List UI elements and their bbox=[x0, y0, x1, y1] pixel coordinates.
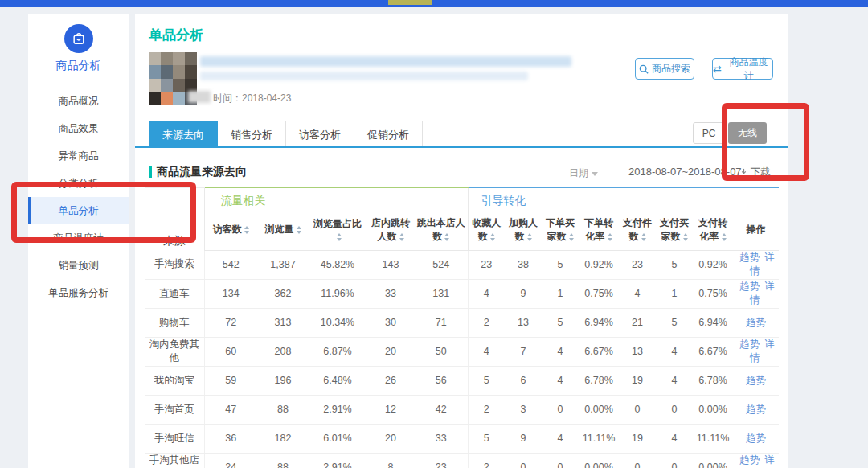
actions-cell: 趋势详情 bbox=[733, 250, 779, 279]
value-cell: 36 bbox=[204, 424, 257, 453]
device-toggle: PC 无线 bbox=[693, 122, 767, 144]
value-cell: 6.78% bbox=[579, 366, 619, 395]
value-cell: 1,387 bbox=[257, 250, 309, 279]
product-thermometer-button[interactable]: ⇄ 商品温度计 bbox=[712, 58, 773, 80]
product-search-button[interactable]: 商品搜索 bbox=[635, 58, 694, 80]
value-cell: 0 bbox=[619, 395, 656, 424]
value-cell: 0.00% bbox=[693, 453, 733, 468]
browser-top-bar bbox=[0, 0, 868, 7]
value-cell: 0.75% bbox=[579, 279, 619, 308]
value-cell: 11.96% bbox=[309, 279, 366, 308]
product-title-redacted bbox=[200, 56, 571, 67]
toggle-pc[interactable]: PC bbox=[693, 122, 725, 144]
trend-link[interactable]: 趋势 bbox=[739, 339, 760, 350]
top-bar-indicator bbox=[388, 0, 432, 5]
trend-link[interactable]: 趋势 bbox=[746, 433, 766, 444]
sort-icon[interactable] bbox=[641, 233, 646, 241]
table-row: 直通车13436211.96%331314910.75%410.75%趋势详情 bbox=[145, 279, 779, 308]
sort-icon[interactable] bbox=[527, 233, 532, 241]
tab[interactable]: 促销分析 bbox=[354, 121, 423, 148]
value-cell: 0 bbox=[619, 453, 656, 468]
trend-link[interactable]: 趋势 bbox=[739, 252, 760, 263]
label-redacted bbox=[188, 91, 211, 103]
toggle-wireless[interactable]: 无线 bbox=[728, 122, 767, 144]
section-title: 商品流量来源去向 bbox=[157, 165, 247, 179]
column-header: 店内跳转人数 bbox=[366, 210, 415, 250]
value-cell: 56 bbox=[415, 366, 468, 395]
value-cell: 5 bbox=[656, 308, 693, 337]
column-header: 访客数 bbox=[204, 210, 257, 250]
value-cell: 7 bbox=[505, 337, 542, 366]
value-cell: 2 bbox=[468, 395, 505, 424]
value-cell: 5 bbox=[542, 250, 579, 279]
trend-link[interactable]: 趋势 bbox=[739, 454, 760, 466]
value-cell: 1 bbox=[656, 279, 693, 308]
table-head: 来源 流量相关 引导转化 访客数浏览量浏览量占比店内跳转人数跳出本店人数收藏人数… bbox=[145, 187, 779, 250]
actions-cell: 趋势 bbox=[733, 395, 779, 424]
value-cell: 362 bbox=[257, 279, 309, 308]
value-cell: 6.01% bbox=[309, 424, 366, 453]
trend-link[interactable]: 趋势 bbox=[746, 317, 766, 328]
value-cell: 0 bbox=[505, 453, 542, 468]
download-link[interactable]: 下载 bbox=[739, 166, 771, 179]
column-header: 浏览量 bbox=[257, 210, 309, 250]
sort-icon[interactable] bbox=[490, 233, 495, 241]
trend-link[interactable]: 趋势 bbox=[746, 375, 766, 386]
value-cell: 524 bbox=[415, 250, 468, 279]
sidebar-item[interactable]: 商品温度计 bbox=[28, 224, 129, 252]
sidebar-item[interactable]: 单品服务分析 bbox=[28, 279, 129, 306]
sort-icon[interactable] bbox=[683, 233, 688, 241]
sort-icon[interactable] bbox=[608, 233, 612, 241]
value-cell: 4 bbox=[656, 424, 693, 453]
value-cell: 5 bbox=[542, 308, 579, 337]
value-cell: 2 bbox=[468, 453, 505, 468]
sidebar-item[interactable]: 异常商品 bbox=[28, 142, 129, 170]
product-subtitle-redacted bbox=[200, 72, 528, 80]
value-cell: 6.94% bbox=[579, 308, 619, 337]
date-dropdown[interactable]: 日期 bbox=[569, 166, 598, 180]
sidebar-item[interactable]: 商品概况 bbox=[28, 88, 129, 115]
value-cell: 13 bbox=[619, 337, 656, 366]
tab[interactable]: 访客分析 bbox=[286, 121, 354, 148]
trend-link[interactable]: 趋势 bbox=[739, 281, 760, 292]
value-cell: 9 bbox=[505, 279, 542, 308]
section-accent-bar bbox=[149, 166, 152, 178]
trend-link[interactable]: 趋势 bbox=[746, 404, 766, 415]
sort-icon[interactable] bbox=[244, 226, 249, 234]
sort-icon[interactable] bbox=[444, 233, 449, 241]
actions-cell: 趋势详情 bbox=[733, 337, 779, 366]
column-header-source: 来源 bbox=[145, 187, 204, 250]
actions-cell: 趋势 bbox=[733, 366, 779, 395]
actions-cell: 趋势 bbox=[733, 424, 779, 453]
sort-icon[interactable] bbox=[569, 233, 574, 241]
column-header: 浏览量占比 bbox=[309, 210, 366, 250]
column-header: 收藏人数 bbox=[468, 210, 505, 250]
sidebar-section-title: 商品分析 bbox=[28, 59, 129, 84]
value-cell: 47 bbox=[204, 395, 257, 424]
value-cell: 4 bbox=[542, 424, 579, 453]
date-range[interactable]: 2018-08-07~2018-08-07 bbox=[628, 166, 742, 178]
sidebar-item[interactable]: 单品分析 bbox=[28, 197, 129, 224]
search-icon bbox=[639, 64, 649, 74]
tab[interactable]: 销售分析 bbox=[218, 121, 286, 148]
sort-icon[interactable] bbox=[399, 233, 404, 241]
value-cell: 12 bbox=[366, 395, 415, 424]
value-cell: 0 bbox=[656, 453, 693, 468]
sort-icon[interactable] bbox=[337, 233, 342, 241]
table-row: 购物车7231310.34%307121356.94%2156.94%趋势 bbox=[145, 308, 779, 337]
sidebar-item[interactable]: 商品效果 bbox=[28, 115, 129, 142]
actions-cell: 趋势 bbox=[733, 308, 779, 337]
value-cell: 4 bbox=[656, 366, 693, 395]
value-cell: 26 bbox=[366, 366, 415, 395]
sidebar-item[interactable]: 分类分析 bbox=[28, 170, 129, 197]
value-cell: 196 bbox=[257, 366, 309, 395]
sidebar-item[interactable]: 销量预测 bbox=[28, 252, 129, 279]
value-cell: 3 bbox=[505, 395, 542, 424]
analysis-tabs: 来源去向销售分析访客分析促销分析 bbox=[149, 121, 423, 148]
source-cell: 手淘搜索 bbox=[145, 250, 204, 279]
sort-icon[interactable] bbox=[722, 233, 727, 241]
value-cell: 8 bbox=[366, 453, 415, 468]
sort-icon[interactable] bbox=[297, 226, 301, 234]
tab[interactable]: 来源去向 bbox=[149, 121, 218, 148]
value-cell: 5 bbox=[656, 250, 693, 279]
